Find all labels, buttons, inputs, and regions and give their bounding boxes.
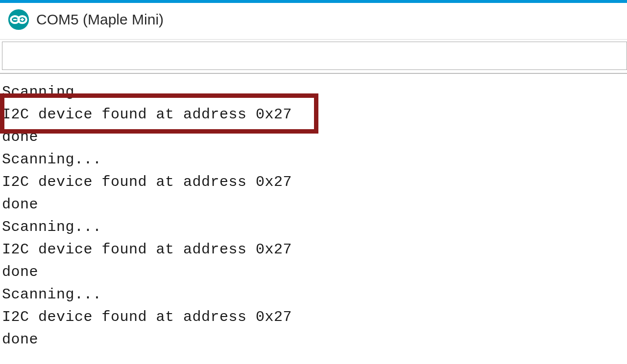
serial-output-line: Scanning... xyxy=(2,216,627,238)
serial-output-line: done xyxy=(2,193,627,216)
serial-output-line: I2C device found at address 0x27 xyxy=(2,306,627,328)
arduino-icon xyxy=(8,9,29,30)
serial-output-line: done xyxy=(2,261,627,283)
serial-output-line: done xyxy=(2,126,627,148)
serial-output-line: Scanning... xyxy=(2,283,627,306)
serial-output-line: I2C device found at address 0x27 xyxy=(2,171,627,193)
serial-send-input[interactable] xyxy=(2,42,627,70)
serial-output-line: Scanning... xyxy=(2,81,627,103)
title-bar: COM5 (Maple Mini) xyxy=(0,3,627,39)
serial-output-line: Scanning... xyxy=(2,148,627,171)
window-title: COM5 (Maple Mini) xyxy=(36,11,164,28)
serial-output-line: I2C device found at address 0x27 xyxy=(2,238,627,261)
serial-output-area: Scanning...I2C device found at address 0… xyxy=(0,74,627,351)
serial-output-line: done xyxy=(2,328,627,351)
serial-output-line: I2C device found at address 0x27 xyxy=(2,103,627,126)
serial-input-area xyxy=(0,39,627,74)
